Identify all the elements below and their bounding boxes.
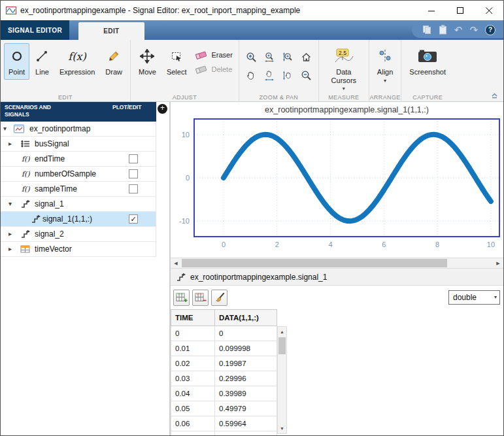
time-cell[interactable]: 0.07 [171, 431, 215, 436]
select-icon [171, 46, 182, 66]
plot-edit-checkbox[interactable] [129, 154, 138, 163]
zoom-out-icon [301, 70, 312, 81]
vscroll-thumb[interactable] [278, 337, 286, 354]
move-button[interactable]: Move [134, 43, 161, 80]
column-header: TIME [171, 309, 215, 326]
screenshot-button[interactable]: Screenshot [405, 43, 450, 80]
tree-row[interactable]: ▸signal_2 [1, 227, 156, 242]
scroll-down-arrow-icon[interactable]: ▼ [278, 424, 286, 433]
scenario-tree: ▾ex_rootinportmap▸busSignalf()endTimef()… [1, 122, 169, 257]
zoom-in-button[interactable] [243, 48, 260, 66]
table-header: TIMEDATA(1,1,:) [171, 309, 277, 326]
table-row: 0.050.49979 [171, 401, 277, 416]
data-cell[interactable]: 0 [215, 326, 277, 341]
tree-row[interactable]: f()numberOfSample [1, 167, 156, 182]
pan-button[interactable] [243, 67, 260, 84]
tree-item-label: signal_1 [35, 199, 64, 209]
zoom-in-x-button[interactable] [261, 48, 278, 66]
close-button[interactable] [475, 1, 503, 20]
group-label-adjust: ADJUST [131, 94, 239, 101]
undo-icon[interactable]: ↶ [454, 25, 463, 35]
tree-item-label: signal_1(1,1,:) [42, 214, 92, 224]
delete-row-button[interactable] [192, 290, 209, 306]
select-label: Select [167, 68, 187, 76]
time-cell[interactable]: 0.06 [171, 416, 215, 431]
signal-name-bar: ex_rootinportmappingexample.signal_1 [171, 269, 503, 286]
column-header: DATA(1,1,:) [215, 309, 277, 326]
expander-closed-icon[interactable]: ▸ [8, 139, 12, 148]
svg-text:6: 6 [382, 241, 386, 248]
draw-button[interactable]: Draw [101, 43, 127, 80]
add-scenario-button[interactable]: + [158, 104, 167, 114]
data-cell[interactable]: 0.49979 [215, 401, 277, 416]
group-label-edit: EDIT [1, 94, 130, 101]
zoom-in-y-button[interactable] [279, 48, 297, 66]
expander-open-icon[interactable]: ▾ [3, 124, 7, 133]
data-cell[interactable]: 0.099998 [215, 341, 277, 356]
plot-edit-checkbox[interactable]: ✓ [129, 214, 138, 224]
signal-plot[interactable]: 0246810100-10ex_rootinportmappingexample… [171, 102, 503, 258]
brush-icon [214, 292, 225, 303]
insert-row-button[interactable] [173, 290, 190, 306]
plot-canvas[interactable]: 0246810100-10ex_rootinportmappingexample… [171, 102, 503, 258]
redo-icon[interactable]: ↷ [469, 25, 478, 35]
expander-open-icon[interactable]: ▾ [8, 199, 12, 208]
table-vscrollbar[interactable]: ▲ ▼ [277, 326, 287, 434]
expander-closed-icon[interactable]: ▸ [8, 229, 12, 238]
plot-hscrollbar[interactable]: ◀ ▶ [171, 258, 503, 269]
tree-row[interactable]: signal_1(1,1,:)✓ [1, 212, 156, 227]
select-button[interactable]: Select [162, 43, 192, 80]
minimize-button[interactable] [417, 1, 446, 20]
tree-row[interactable]: f()endTime [1, 152, 156, 167]
tab-edit[interactable]: EDIT [78, 22, 144, 40]
delete-button[interactable]: Delete [195, 64, 232, 74]
time-cell[interactable]: 0 [171, 326, 215, 341]
time-cell[interactable]: 0.01 [171, 341, 215, 356]
time-cell[interactable]: 0.05 [171, 401, 215, 416]
group-label-measure: MEASURE [319, 94, 369, 101]
data-cursors-button[interactable]: 2.5 Data Cursors ▾ [322, 43, 365, 95]
expression-button[interactable]: f(x) Expression [55, 43, 99, 80]
data-cell[interactable]: 0.39989 [215, 386, 277, 401]
tree-row[interactable]: ▾signal_1 [1, 197, 156, 212]
plot-edit-checkbox[interactable] [129, 169, 138, 178]
tree-row[interactable]: ▸busSignal [1, 137, 156, 152]
scroll-left-arrow-icon[interactable]: ◀ [171, 258, 181, 268]
app-window: ex_rootinportmappingexample - Signal Edi… [0, 0, 504, 436]
data-cell[interactable]: 0.19987 [215, 356, 277, 371]
data-cell[interactable]: 0.69943 [215, 431, 277, 436]
zoom-out-button[interactable] [297, 67, 315, 84]
datatype-select[interactable]: double ▾ [448, 290, 500, 305]
help-icon[interactable]: ? [485, 25, 496, 35]
plot-edit-checkbox[interactable] [129, 184, 138, 193]
scroll-up-arrow-icon[interactable]: ▲ [278, 327, 286, 337]
zoom-in-y-icon [282, 52, 294, 63]
pan-y-button[interactable] [279, 67, 297, 84]
line-button[interactable]: Line [31, 43, 54, 80]
plot-edit-column-header: PLOT/EDIT [110, 102, 156, 122]
tree-row[interactable]: ▸timeVector [1, 242, 156, 257]
scroll-right-arrow-icon[interactable]: ▶ [493, 258, 503, 268]
tab-signal-editor[interactable]: SIGNAL EDITOR [1, 20, 69, 40]
collapse-ribbon-button[interactable] [490, 92, 499, 99]
time-cell[interactable]: 0.03 [171, 371, 215, 386]
table-row: 0.070.69943 [171, 431, 277, 436]
copy-icon[interactable] [422, 25, 431, 35]
fit-to-view-button[interactable] [297, 48, 315, 66]
tree-row[interactable]: f()sampleTime [1, 182, 156, 197]
assign-data-button[interactable] [211, 290, 227, 306]
data-cell[interactable]: 0.59964 [215, 416, 277, 431]
align-button[interactable]: Align ▾ [373, 43, 397, 87]
time-cell[interactable]: 0.02 [171, 356, 215, 371]
expander-closed-icon[interactable]: ▸ [8, 244, 12, 253]
eraser-button[interactable]: Eraser [195, 50, 232, 59]
pan-x-button[interactable] [261, 67, 278, 84]
time-cell[interactable]: 0.04 [171, 386, 215, 401]
tree-row[interactable]: ▾ex_rootinportmap [1, 122, 156, 137]
paste-icon[interactable] [439, 25, 447, 35]
point-button[interactable]: Point [4, 43, 29, 80]
data-cell[interactable]: 0.29996 [215, 371, 277, 386]
pan-y-icon [282, 70, 293, 81]
maximize-button[interactable] [446, 1, 475, 20]
hscroll-thumb[interactable] [182, 259, 447, 267]
